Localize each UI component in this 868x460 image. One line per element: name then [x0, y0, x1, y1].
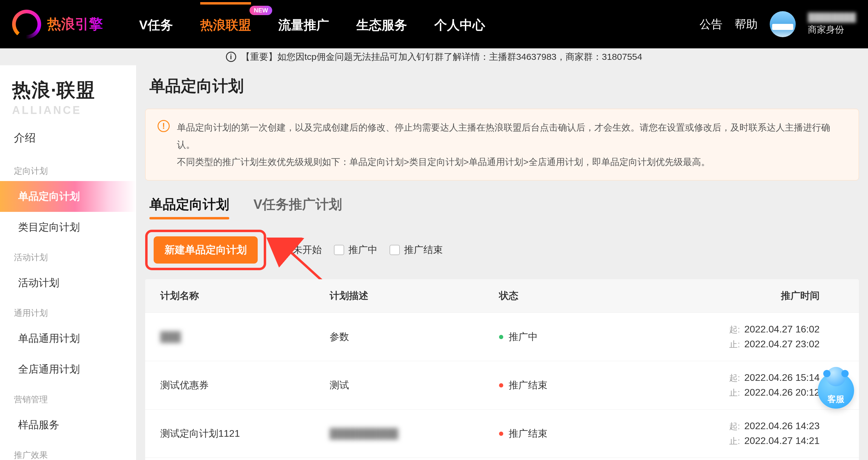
filter-not-started-label: 未开始	[293, 243, 322, 257]
customer-service-button[interactable]: 客服	[818, 372, 854, 408]
status-text: 推广结束	[509, 379, 548, 392]
table-row: 测试优惠券 测试 推广结束 起:2022.04.26 15:14 止:2022.…	[145, 361, 859, 409]
nav-alliance-label: 热浪联盟	[200, 18, 251, 32]
user-block[interactable]: ████████ 商家身份	[808, 13, 856, 36]
main: 单品定向计划 ! 单品定向计划的第一次创建，以及完成创建后的修改、停止均需要达人…	[136, 65, 868, 460]
nav-alliance[interactable]: 热浪联盟 NEW	[200, 15, 251, 34]
cell-time: 起:2022.04.26 14:23 止:2022.04.27 14:21	[669, 420, 819, 447]
help-link[interactable]: 帮助	[735, 17, 757, 32]
cell-status: 推广结束	[499, 379, 669, 392]
col-desc: 计划描述	[330, 289, 499, 302]
sidebar-group-effect: 推广效果	[0, 440, 136, 460]
tabs: 单品定向计划 V任务推广计划	[149, 196, 859, 219]
notice-text: 单品定向计划的第一次创建，以及完成创建后的修改、停止均需要达人主播在热浪联盟后台…	[177, 119, 846, 170]
customer-service-label: 客服	[828, 394, 844, 405]
sidebar-group-general: 通用计划	[0, 298, 136, 323]
time-end-label: 止:	[729, 436, 740, 446]
sidebar-item-single-general[interactable]: 单品通用计划	[0, 323, 136, 354]
nav-v-task[interactable]: V任务	[139, 15, 173, 34]
col-time: 推广时间	[669, 289, 819, 302]
time-end: 2022.04.26 20:12	[744, 387, 819, 398]
filter-not-started[interactable]: 未开始	[278, 243, 322, 257]
announce-link[interactable]: 公告	[700, 17, 722, 32]
top-nav: V任务 热浪联盟 NEW 流量推广 生态服务 个人中心	[139, 15, 485, 34]
mascot-ear-icon	[841, 370, 849, 377]
cell-desc: ██████████	[330, 428, 499, 439]
filter-running-label: 推广中	[348, 243, 377, 257]
table-header: 计划名称 计划描述 状态 推广时间 操作	[145, 279, 859, 313]
sidebar-item-activity-plan[interactable]: 活动计划	[0, 267, 136, 298]
sidebar-subtitle: ALLIANCE	[0, 104, 136, 117]
time-start-label: 起:	[729, 325, 740, 334]
nav-alliance-badge: NEW	[249, 6, 272, 15]
logo-text: 热浪引擎	[47, 15, 103, 34]
sidebar-item-single-directed[interactable]: 单品定向计划	[0, 181, 136, 212]
sidebar-title: 热浪·联盟	[0, 77, 136, 103]
sidebar-group-marketing: 营销管理	[0, 385, 136, 409]
time-end: 2022.04.27 23:02	[744, 338, 819, 350]
table-row: 测试定向计划117 ggdgdg 推广结束 起:2022.04.26 14:07…	[145, 458, 859, 460]
nav-personal[interactable]: 个人中心	[434, 15, 485, 34]
time-end-label: 止:	[729, 388, 740, 397]
action-row: 新建单品定向计划 未开始 推广中 推广结束	[145, 230, 859, 270]
create-button-callout: 新建单品定向计划	[145, 230, 266, 270]
info-icon: i	[226, 52, 236, 62]
cell-desc: 测试	[330, 379, 499, 392]
col-action: 操作	[819, 289, 859, 302]
cell-time: 起:2022.04.27 16:02 止:2022.04.27 23:02	[669, 324, 819, 350]
col-status: 状态	[499, 289, 669, 302]
logo-icon	[12, 10, 41, 39]
status-text: 推广中	[509, 330, 538, 343]
table-row: ███ 参数 推广中 起:2022.04.27 16:02 止:2022.04.…	[145, 313, 859, 361]
nav-traffic[interactable]: 流量推广	[278, 15, 329, 34]
checkbox-icon	[390, 245, 400, 255]
status-dot-icon	[499, 432, 503, 436]
time-end-label: 止:	[729, 340, 740, 349]
info-strip-text: 【重要】如您因tcp佣金问题无法挂品可加入钉钉群了解详情：主播群34637983…	[241, 51, 642, 63]
sidebar: 热浪·联盟 ALLIANCE 介绍 定向计划 单品定向计划 类目定向计划 活动计…	[0, 65, 136, 460]
time-end: 2022.04.27 14:21	[744, 435, 819, 446]
create-plan-button[interactable]: 新建单品定向计划	[154, 236, 258, 264]
notice-line-1: 单品定向计划的第一次创建，以及完成创建后的修改、停止均需要达人主播在热浪联盟后台…	[177, 119, 846, 153]
sidebar-group-activity: 活动计划	[0, 243, 136, 267]
warning-icon: !	[158, 120, 170, 132]
filter-ended[interactable]: 推广结束	[390, 243, 443, 257]
table-row: 测试定向计划1121 ██████████ 推广结束 起:2022.04.26 …	[145, 409, 859, 458]
mascot-ear-icon	[823, 370, 831, 377]
nav-ecosystem[interactable]: 生态服务	[356, 15, 407, 34]
time-start: 2022.04.27 16:02	[744, 324, 819, 335]
cell-action: 查看详情	[819, 330, 859, 343]
cell-time: 起:2022.04.26 15:14 止:2022.04.26 20:12	[669, 372, 819, 399]
time-start: 2022.04.26 15:14	[744, 372, 819, 383]
notice-line-2: 不同类型的推广计划生效优先级规则如下：单品定向计划>类目定向计划>单品通用计划>…	[177, 153, 846, 170]
plans-table: 计划名称 计划描述 状态 推广时间 操作 ███ 参数 推广中 起:2022.0…	[145, 279, 859, 460]
user-role: 商家身份	[808, 24, 844, 36]
page-title: 单品定向计划	[149, 75, 859, 97]
cell-name: 测试优惠券	[160, 379, 330, 392]
sidebar-intro[interactable]: 介绍	[0, 117, 136, 156]
cell-action: 查看详情	[819, 427, 859, 440]
time-start: 2022.04.26 14:23	[744, 420, 819, 431]
avatar[interactable]	[770, 11, 796, 37]
cell-status: 推广结束	[499, 427, 669, 440]
cell-name: ███	[160, 331, 330, 342]
cell-name: 测试定向计划1121	[160, 427, 330, 440]
tab-single-directed[interactable]: 单品定向计划	[149, 196, 229, 219]
brand[interactable]: 热浪引擎	[12, 10, 103, 39]
sidebar-group-directed: 定向计划	[0, 156, 136, 181]
notice-box: ! 单品定向计划的第一次创建，以及完成创建后的修改、停止均需要达人主播在热浪联盟…	[145, 109, 859, 180]
checkbox-icon	[278, 245, 288, 255]
sidebar-item-store-general[interactable]: 全店通用计划	[0, 354, 136, 385]
status-dot-icon	[499, 383, 503, 388]
status-text: 推广结束	[509, 427, 548, 440]
cell-desc: 参数	[330, 330, 499, 343]
top-right: 公告 帮助 ████████ 商家身份	[700, 11, 856, 37]
checkbox-icon	[334, 245, 344, 255]
time-start-label: 起:	[729, 373, 740, 383]
col-name: 计划名称	[160, 289, 330, 302]
sidebar-item-sample-service[interactable]: 样品服务	[0, 409, 136, 440]
filter-running[interactable]: 推广中	[334, 243, 377, 257]
tab-vtask-promo[interactable]: V任务推广计划	[253, 196, 342, 219]
time-start-label: 起:	[729, 422, 740, 431]
sidebar-item-category-directed[interactable]: 类目定向计划	[0, 212, 136, 243]
